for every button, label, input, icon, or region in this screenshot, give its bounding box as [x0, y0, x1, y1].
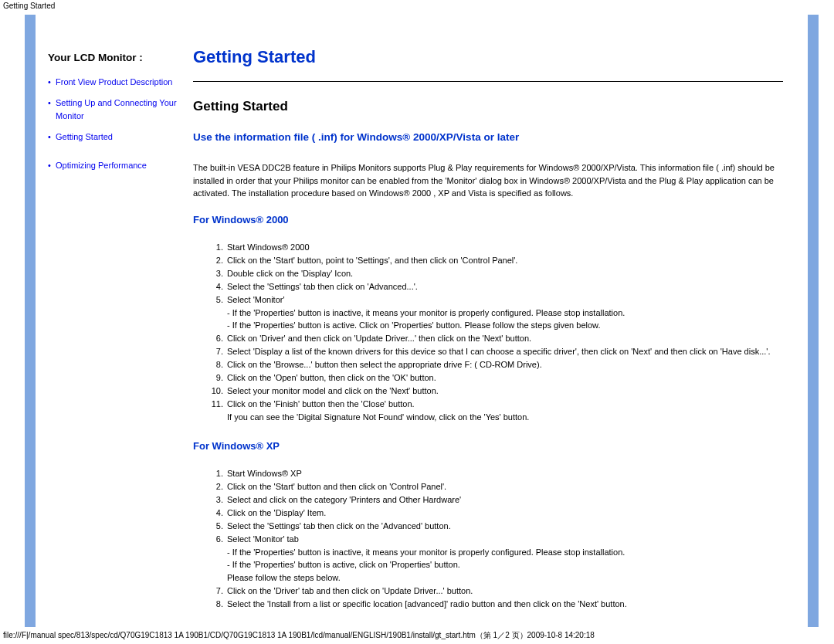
step-item: Click on the 'Start' button and then cli…: [225, 480, 783, 493]
step-item: Start Windows® 2000: [225, 241, 783, 254]
sidebar-link[interactable]: Setting Up and Connecting Your Monitor: [56, 98, 177, 120]
main-content: Getting Started Getting Started Use the …: [190, 15, 808, 627]
sidebar-link[interactable]: Getting Started: [56, 132, 113, 141]
sidebar: Your LCD Monitor : Front View Product De…: [36, 15, 190, 627]
sidebar-item-setting-up[interactable]: Setting Up and Connecting Your Monitor: [48, 95, 179, 129]
section-subtitle: Getting Started: [193, 99, 783, 114]
sidebar-nav-list: Front View Product Description Setting U…: [48, 74, 179, 178]
step-item: Select 'Monitor' - If the 'Properties' b…: [225, 293, 783, 332]
step-item: Start Windows® XP: [225, 467, 783, 480]
step-item: Select the 'Settings' tab then click on …: [225, 520, 783, 533]
step-item: Click on the 'Start' button, point to 'S…: [225, 254, 783, 267]
sidebar-item-getting-started[interactable]: Getting Started: [48, 129, 179, 150]
sidebar-item-front-view[interactable]: Front View Product Description: [48, 74, 179, 95]
step-item: Click on the 'Browse...' button then sel…: [225, 358, 783, 371]
left-decorative-bar: [25, 15, 36, 627]
step-item: Select the 'Install from a list or speci…: [225, 598, 783, 611]
footer-path: file:///F|/manual spec/813/spec/cd/Q70G1…: [3, 630, 595, 641]
page-wrapper: Your LCD Monitor : Front View Product De…: [25, 15, 819, 627]
step-item: Select the 'Settings' tab then click on …: [225, 280, 783, 293]
steps-win2000: Start Windows® 2000Click on the 'Start' …: [193, 241, 783, 423]
title-divider: [193, 81, 783, 82]
page-title: Getting Started: [193, 47, 783, 67]
intro-paragraph: The built-in VESA DDC2B feature in Phili…: [193, 161, 783, 200]
step-item: Select your monitor model and click on t…: [225, 385, 783, 398]
page-top-label: Getting Started: [0, 0, 834, 12]
sidebar-item-optimizing[interactable]: Optimizing Performance: [48, 158, 179, 178]
os-heading-winxp: For Windows® XP: [193, 440, 783, 452]
step-item: Click on the 'Display' Item.: [225, 507, 783, 520]
step-item: Double click on the 'Display' Icon.: [225, 267, 783, 280]
step-item: Select and click on the category 'Printe…: [225, 493, 783, 507]
os-heading-win2000: For Windows® 2000: [193, 214, 783, 225]
instruction-heading: Use the information file ( .inf) for Win…: [193, 131, 783, 143]
sidebar-link[interactable]: Front View Product Description: [56, 77, 172, 86]
step-item: Click on 'Driver' and then click on 'Upd…: [225, 332, 783, 345]
right-decorative-bar: [808, 15, 819, 627]
step-item: Select 'Display a list of the known driv…: [225, 345, 783, 358]
sidebar-heading: Your LCD Monitor :: [48, 52, 179, 63]
step-item: Select 'Monitor' tab - If the 'Propertie…: [225, 533, 783, 584]
steps-winxp: Start Windows® XPClick on the 'Start' bu…: [193, 467, 783, 610]
step-item: Click on the 'Finish' button then the 'C…: [225, 398, 783, 423]
step-item: Click on the 'Open' button, then click o…: [225, 371, 783, 385]
sidebar-link[interactable]: Optimizing Performance: [56, 161, 147, 170]
step-item: Click on the 'Driver' tab and then click…: [225, 585, 783, 598]
